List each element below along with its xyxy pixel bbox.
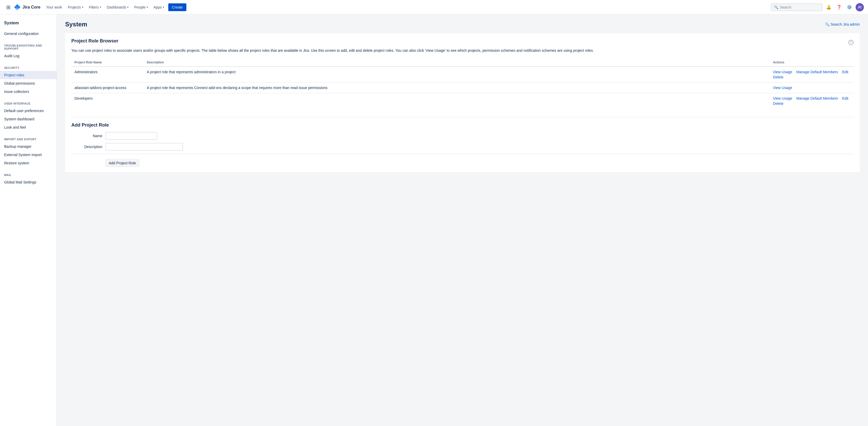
search-icon: 🔍 [774, 5, 778, 9]
role-description: A project role that represents Connect a… [144, 83, 770, 93]
sidebar-item-global-permissions[interactable]: Global permissions [0, 79, 57, 87]
add-role-section: Add Project Role Name Description Add Pr… [71, 117, 854, 167]
sidebar-heading: System [0, 19, 57, 29]
content-panel: Project Role Browser ? You can use proje… [65, 33, 860, 172]
roles-table: Project Role Name Description Actions Ad… [71, 58, 854, 109]
description-label: Description [71, 145, 102, 149]
sidebar-item-global-mail-settings[interactable]: Global Mail Settings [0, 178, 57, 186]
role-name: Developers [71, 93, 144, 109]
sidebar-section-mail: MAIL [0, 169, 57, 178]
name-row: Name [71, 132, 854, 140]
delete-link[interactable]: Delete [773, 102, 783, 106]
help-icon[interactable]: ? [848, 40, 854, 45]
settings-button[interactable]: ⚙️ [845, 3, 854, 11]
col-header-actions: Actions [770, 58, 854, 66]
role-actions: View Usage Manage Default Members Edit D… [770, 93, 854, 109]
description-row: Description [71, 143, 854, 151]
search-jira-admin-link[interactable]: 🔍 Search Jira admin [825, 22, 860, 26]
help-button[interactable]: ❓ [835, 3, 843, 11]
page-layout: System General configuration TROUBLESHOO… [0, 15, 868, 426]
logo[interactable]: Jira Core [14, 4, 40, 11]
sidebar-item-project-roles[interactable]: Project roles [0, 71, 57, 79]
role-description [144, 93, 770, 109]
nav-people[interactable]: People ▾ [131, 4, 150, 11]
create-button[interactable]: Create [168, 3, 186, 11]
sidebar-section-security: SECURITY [0, 62, 57, 71]
grid-icon[interactable]: ⊞ [4, 2, 13, 12]
view-usage-link[interactable]: View Usage [773, 70, 792, 74]
form-section-title: Add Project Role [71, 122, 854, 128]
sidebar-item-system-dashboard[interactable]: System dashboard [0, 115, 57, 123]
nav-your-work[interactable]: Your work [43, 4, 65, 11]
sidebar-item-backup-manager[interactable]: Backup manager [0, 142, 57, 151]
role-name: Administrators [71, 66, 144, 83]
nav-filters[interactable]: Filters ▾ [86, 4, 104, 11]
sidebar-section-user-interface: USER INTERFACE [0, 98, 57, 107]
form-divider [71, 154, 854, 154]
view-usage-link[interactable]: View Usage [773, 96, 792, 101]
search-input[interactable] [780, 5, 819, 9]
main-content: System 🔍 Search Jira admin Project Role … [57, 15, 868, 426]
search-icon: 🔍 [825, 22, 830, 26]
name-input[interactable] [105, 132, 157, 140]
table-row: Developers View Usage Manage Default Mem… [71, 93, 854, 109]
chevron-down-icon: ▾ [100, 6, 101, 8]
search-box[interactable]: 🔍 [771, 3, 823, 11]
col-header-description: Description [144, 58, 770, 66]
role-description: A project role that represents administr… [144, 66, 770, 83]
sidebar: System General configuration TROUBLESHOO… [0, 15, 57, 426]
nav-apps[interactable]: Apps ▾ [151, 4, 167, 11]
chevron-down-icon: ▾ [127, 6, 128, 8]
view-usage-link[interactable]: View Usage [773, 86, 792, 90]
nav-dashboards[interactable]: Dashboards ▾ [104, 4, 131, 11]
name-label: Name [71, 134, 102, 138]
table-row: Administrators A project role that repre… [71, 66, 854, 83]
browser-description: You can use project roles to associate u… [71, 48, 854, 53]
edit-link[interactable]: Edit [842, 96, 848, 101]
col-header-name: Project Role Name [71, 58, 144, 66]
chevron-down-icon: ▾ [82, 6, 83, 8]
sidebar-section-troubleshooting: TROUBLESHOOTING AND SUPPORT [0, 40, 57, 52]
page-header: System 🔍 Search Jira admin [65, 21, 860, 28]
chevron-down-icon: ▾ [147, 6, 148, 8]
sidebar-item-restore-system[interactable]: Restore system [0, 159, 57, 167]
manage-default-members-link[interactable]: Manage Default Members [797, 70, 838, 74]
role-name: atlassian-addons-project-access [71, 83, 144, 93]
notifications-button[interactable]: 🔔 [825, 3, 833, 11]
delete-link[interactable]: Delete [773, 75, 783, 79]
sidebar-section-import-export: IMPORT AND EXPORT [0, 134, 57, 142]
top-navigation: ⊞ Jira Core Your work Projects ▾ Filters… [0, 0, 868, 15]
main-nav: Your work Projects ▾ Filters ▾ Dashboard… [43, 3, 186, 11]
edit-link[interactable]: Edit [842, 70, 848, 74]
avatar[interactable]: JC [856, 3, 864, 11]
sidebar-item-external-system-import[interactable]: External System Import [0, 151, 57, 159]
add-project-role-button[interactable]: Add Project Role [105, 159, 139, 167]
role-actions: View Usage [770, 83, 854, 93]
role-actions: View Usage Manage Default Members Edit D… [770, 66, 854, 83]
sidebar-item-look-and-feel[interactable]: Look and feel [0, 123, 57, 132]
sidebar-item-issue-collectors[interactable]: Issue collectors [0, 87, 57, 96]
jira-logo-icon [14, 4, 21, 11]
sidebar-item-general-configuration[interactable]: General configuration [0, 29, 57, 38]
nav-projects[interactable]: Projects ▾ [65, 4, 86, 11]
topnav-right: 🔍 🔔 ❓ ⚙️ JC [771, 3, 864, 11]
manage-default-members-link[interactable]: Manage Default Members [797, 96, 838, 101]
logo-text: Jira Core [23, 5, 40, 9]
browser-title: Project Role Browser [71, 38, 118, 44]
sidebar-item-default-user-preferences[interactable]: Default user preferences [0, 107, 57, 115]
sidebar-item-audit-log[interactable]: Audit Log [0, 52, 57, 60]
description-input[interactable] [105, 143, 183, 151]
chevron-down-icon: ▾ [163, 6, 164, 8]
table-row: atlassian-addons-project-access A projec… [71, 83, 854, 93]
page-title: System [65, 21, 87, 28]
